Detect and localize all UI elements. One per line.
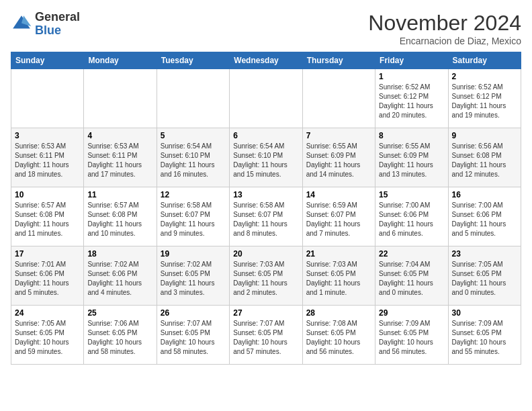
day-info: Sunrise: 6:52 AM Sunset: 6:12 PM Dayligh…	[452, 83, 517, 120]
calendar-cell: 6Sunrise: 6:54 AM Sunset: 6:10 PM Daylig…	[230, 128, 302, 187]
calendar-cell: 4Sunrise: 6:53 AM Sunset: 6:11 PM Daylig…	[84, 128, 157, 187]
logo: General Blue	[11, 11, 80, 38]
calendar-cell: 11Sunrise: 6:57 AM Sunset: 6:08 PM Dayli…	[84, 187, 157, 246]
weekday-header-monday: Monday	[84, 52, 157, 69]
day-number: 10	[15, 190, 80, 199]
day-number: 14	[306, 190, 371, 199]
calendar-cell: 1Sunrise: 6:52 AM Sunset: 6:12 PM Daylig…	[375, 69, 448, 128]
day-info: Sunrise: 7:09 AM Sunset: 6:05 PM Dayligh…	[452, 319, 517, 357]
day-number: 9	[452, 131, 517, 140]
calendar-cell: 19Sunrise: 7:02 AM Sunset: 6:05 PM Dayli…	[157, 246, 229, 306]
day-info: Sunrise: 6:58 AM Sunset: 6:07 PM Dayligh…	[233, 201, 298, 238]
day-number: 3	[15, 131, 80, 140]
day-number: 19	[161, 249, 226, 259]
day-info: Sunrise: 7:02 AM Sunset: 6:06 PM Dayligh…	[87, 260, 152, 298]
calendar-cell: 10Sunrise: 6:57 AM Sunset: 6:08 PM Dayli…	[11, 187, 84, 246]
day-number: 30	[452, 308, 517, 318]
day-number: 26	[161, 308, 226, 318]
calendar-cell: 16Sunrise: 7:00 AM Sunset: 6:06 PM Dayli…	[448, 187, 521, 246]
day-number: 7	[306, 131, 371, 140]
location: Encarnacion de Diaz, Mexico	[368, 36, 521, 46]
day-number: 27	[233, 308, 298, 318]
logo-icon	[11, 13, 32, 35]
day-number: 4	[87, 131, 152, 140]
day-number: 8	[379, 131, 444, 140]
calendar-cell: 29Sunrise: 7:09 AM Sunset: 6:05 PM Dayli…	[375, 306, 448, 365]
day-info: Sunrise: 6:54 AM Sunset: 6:10 PM Dayligh…	[233, 142, 298, 179]
calendar-cell: 21Sunrise: 7:03 AM Sunset: 6:05 PM Dayli…	[302, 246, 375, 306]
day-number: 28	[306, 308, 371, 318]
day-info: Sunrise: 7:08 AM Sunset: 6:05 PM Dayligh…	[306, 319, 371, 357]
month-title: November 2024	[368, 11, 521, 36]
day-info: Sunrise: 6:55 AM Sunset: 6:09 PM Dayligh…	[379, 142, 444, 179]
day-number: 23	[452, 249, 517, 259]
day-number: 18	[87, 249, 152, 259]
day-info: Sunrise: 6:53 AM Sunset: 6:11 PM Dayligh…	[87, 142, 152, 179]
day-number: 22	[379, 249, 444, 259]
logo-text: General Blue	[35, 11, 80, 38]
day-number: 21	[306, 249, 371, 259]
calendar-cell	[84, 69, 157, 128]
title-block: November 2024 Encarnacion de Diaz, Mexic…	[368, 11, 521, 46]
calendar-cell: 2Sunrise: 6:52 AM Sunset: 6:12 PM Daylig…	[448, 69, 521, 128]
calendar-cell	[157, 69, 229, 128]
calendar-cell: 17Sunrise: 7:01 AM Sunset: 6:06 PM Dayli…	[11, 246, 84, 306]
day-number: 17	[15, 249, 80, 259]
calendar-cell: 23Sunrise: 7:05 AM Sunset: 6:05 PM Dayli…	[448, 246, 521, 306]
day-number: 2	[452, 72, 517, 81]
day-info: Sunrise: 6:55 AM Sunset: 6:09 PM Dayligh…	[306, 142, 371, 179]
day-info: Sunrise: 7:03 AM Sunset: 6:05 PM Dayligh…	[233, 260, 298, 298]
day-info: Sunrise: 7:01 AM Sunset: 6:06 PM Dayligh…	[15, 260, 80, 298]
calendar-week-5: 24Sunrise: 7:05 AM Sunset: 6:05 PM Dayli…	[11, 306, 521, 365]
calendar-cell: 18Sunrise: 7:02 AM Sunset: 6:06 PM Dayli…	[84, 246, 157, 306]
day-info: Sunrise: 7:00 AM Sunset: 6:06 PM Dayligh…	[452, 201, 517, 238]
calendar-cell: 5Sunrise: 6:54 AM Sunset: 6:10 PM Daylig…	[157, 128, 229, 187]
day-info: Sunrise: 7:09 AM Sunset: 6:05 PM Dayligh…	[379, 319, 444, 357]
calendar-week-1: 1Sunrise: 6:52 AM Sunset: 6:12 PM Daylig…	[11, 69, 521, 128]
calendar-cell: 13Sunrise: 6:58 AM Sunset: 6:07 PM Dayli…	[230, 187, 302, 246]
weekday-header-friday: Friday	[375, 52, 448, 69]
weekday-header-wednesday: Wednesday	[230, 52, 302, 69]
calendar-cell: 20Sunrise: 7:03 AM Sunset: 6:05 PM Dayli…	[230, 246, 302, 306]
calendar-week-2: 3Sunrise: 6:53 AM Sunset: 6:11 PM Daylig…	[11, 128, 521, 187]
day-info: Sunrise: 7:06 AM Sunset: 6:05 PM Dayligh…	[87, 319, 152, 357]
calendar-week-3: 10Sunrise: 6:57 AM Sunset: 6:08 PM Dayli…	[11, 187, 521, 246]
weekday-header-saturday: Saturday	[448, 52, 521, 69]
calendar-cell: 12Sunrise: 6:58 AM Sunset: 6:07 PM Dayli…	[157, 187, 229, 246]
day-info: Sunrise: 6:54 AM Sunset: 6:10 PM Dayligh…	[161, 142, 226, 179]
day-info: Sunrise: 7:07 AM Sunset: 6:05 PM Dayligh…	[161, 319, 226, 357]
day-info: Sunrise: 6:58 AM Sunset: 6:07 PM Dayligh…	[161, 201, 226, 238]
calendar-cell: 3Sunrise: 6:53 AM Sunset: 6:11 PM Daylig…	[11, 128, 84, 187]
day-info: Sunrise: 6:53 AM Sunset: 6:11 PM Dayligh…	[15, 142, 80, 179]
calendar-cell: 9Sunrise: 6:56 AM Sunset: 6:08 PM Daylig…	[448, 128, 521, 187]
day-info: Sunrise: 6:52 AM Sunset: 6:12 PM Dayligh…	[379, 83, 444, 120]
day-number: 15	[379, 190, 444, 199]
day-number: 11	[87, 190, 152, 199]
day-number: 25	[87, 308, 152, 318]
day-info: Sunrise: 6:57 AM Sunset: 6:08 PM Dayligh…	[87, 201, 152, 238]
weekday-header-tuesday: Tuesday	[157, 52, 229, 69]
day-info: Sunrise: 7:04 AM Sunset: 6:05 PM Dayligh…	[379, 260, 444, 298]
calendar-cell	[230, 69, 302, 128]
day-number: 13	[233, 190, 298, 199]
day-number: 16	[452, 190, 517, 199]
calendar-cell: 28Sunrise: 7:08 AM Sunset: 6:05 PM Dayli…	[302, 306, 375, 365]
day-info: Sunrise: 6:59 AM Sunset: 6:07 PM Dayligh…	[306, 201, 371, 238]
day-number: 24	[15, 308, 80, 318]
calendar-header-row: SundayMondayTuesdayWednesdayThursdayFrid…	[11, 52, 521, 69]
calendar-cell: 14Sunrise: 6:59 AM Sunset: 6:07 PM Dayli…	[302, 187, 375, 246]
day-number: 5	[161, 131, 226, 140]
calendar-cell: 7Sunrise: 6:55 AM Sunset: 6:09 PM Daylig…	[302, 128, 375, 187]
calendar-cell: 24Sunrise: 7:05 AM Sunset: 6:05 PM Dayli…	[11, 306, 84, 365]
calendar-table: SundayMondayTuesdayWednesdayThursdayFrid…	[11, 52, 521, 365]
day-info: Sunrise: 7:05 AM Sunset: 6:05 PM Dayligh…	[15, 319, 80, 357]
day-info: Sunrise: 7:00 AM Sunset: 6:06 PM Dayligh…	[379, 201, 444, 238]
day-info: Sunrise: 7:03 AM Sunset: 6:05 PM Dayligh…	[306, 260, 371, 298]
calendar-cell: 26Sunrise: 7:07 AM Sunset: 6:05 PM Dayli…	[157, 306, 229, 365]
day-number: 29	[379, 308, 444, 318]
weekday-header-thursday: Thursday	[302, 52, 375, 69]
page-header: General Blue November 2024 Encarnacion d…	[11, 11, 521, 46]
calendar-cell	[11, 69, 84, 128]
day-number: 6	[233, 131, 298, 140]
calendar-week-4: 17Sunrise: 7:01 AM Sunset: 6:06 PM Dayli…	[11, 246, 521, 306]
